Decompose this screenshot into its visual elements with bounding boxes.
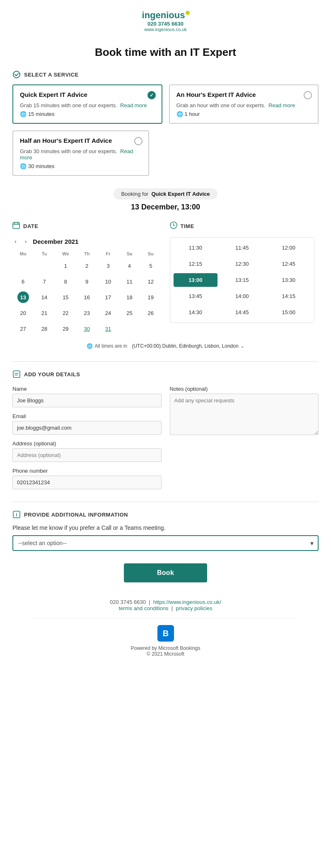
time-slot[interactable]: 11:30	[174, 241, 218, 255]
calendar-day-cell[interactable]: 25	[119, 305, 140, 321]
book-button[interactable]: Book	[124, 563, 207, 582]
phone-field: Phone number	[12, 468, 162, 489]
calendar-day-cell[interactable]: 30	[76, 321, 97, 337]
calendar-day-cell[interactable]: 31	[97, 321, 118, 337]
calendar-day-cell[interactable]: 10	[97, 274, 118, 289]
service-title-2: Half an Hour's Expert IT Advice	[20, 137, 142, 144]
tz-zone: (UTC+00:00) Dublin, Edinburgh, Lisbon, L…	[132, 343, 238, 349]
next-month-button[interactable]: ›	[23, 237, 29, 245]
calendar-day-cell[interactable]: 26	[140, 305, 161, 321]
time-header: TIME	[170, 221, 315, 231]
globe-tz-icon: 🌐	[87, 343, 93, 349]
time-slot[interactable]: 11:45	[220, 241, 264, 255]
calendar-day-cell[interactable]: 15	[55, 289, 76, 305]
select-wrapper: --select an option-- Call Teams meeting	[12, 535, 319, 551]
calendar-day-cell[interactable]: 13	[12, 289, 34, 305]
notes-input[interactable]	[170, 394, 319, 435]
calendar-day-cell[interactable]: 24	[97, 305, 118, 321]
name-label: Name	[12, 386, 162, 392]
calendar-day-cell[interactable]: 7	[34, 274, 55, 289]
calendar-day-cell[interactable]: 9	[76, 274, 97, 289]
calendar-day-cell[interactable]: 22	[55, 305, 76, 321]
phone-input[interactable]	[12, 476, 162, 489]
time-slot[interactable]: 14:45	[220, 305, 264, 319]
time-slot[interactable]: 13:45	[174, 289, 218, 303]
tz-text: All times are in	[94, 343, 127, 349]
calendar-grid: Mo Tu We Th Fr Sa Su 1234567891011121314…	[12, 250, 162, 337]
calendar-day-cell	[34, 258, 55, 274]
copyright-text: © 2021 Microsoft	[0, 651, 331, 657]
time-slot[interactable]: 14:30	[174, 305, 218, 319]
service-radio-2[interactable]	[134, 137, 143, 145]
svg-point-0	[13, 71, 20, 78]
additional-select[interactable]: --select an option-- Call Teams meeting	[12, 535, 319, 551]
time-slot[interactable]: 14:00	[220, 289, 264, 303]
calendar-day-cell[interactable]: 6	[12, 274, 34, 289]
calendar-day-cell[interactable]: 21	[34, 305, 55, 321]
time-slot[interactable]: 12:15	[174, 257, 218, 271]
time-slot[interactable]: 12:45	[267, 257, 311, 271]
service-desc-2: Grab 30 minutes with one of our experts.…	[20, 148, 142, 161]
calendar-day-cell[interactable]: 28	[34, 321, 55, 337]
day-fr: Fr	[97, 250, 118, 258]
calendar-day-cell	[119, 321, 140, 337]
footer-phone: 020 3745 6630	[110, 599, 146, 605]
calendar-day-cell[interactable]: 12	[140, 274, 161, 289]
read-more-1[interactable]: Read more	[268, 102, 295, 108]
logo-phone: 020 3745 6630	[0, 21, 331, 27]
calendar-day-cell[interactable]: 5	[140, 258, 161, 274]
calendar-day-cell[interactable]: 29	[55, 321, 76, 337]
calendar-body: 1234567891011121314151617181920212223242…	[12, 258, 162, 337]
service-radio-0[interactable]	[147, 91, 156, 99]
name-input[interactable]	[12, 394, 162, 407]
footer-website-link[interactable]: https://www.ingenious.co.uk/	[153, 599, 221, 605]
time-label: TIME	[181, 223, 194, 229]
timezone-note: 🌐 All times are in (UTC+00:00) Dublin, E…	[0, 343, 331, 349]
calendar-day-cell[interactable]: 11	[119, 274, 140, 289]
time-slot[interactable]: 13:15	[220, 273, 264, 287]
read-more-2[interactable]: Read more	[20, 148, 133, 161]
calendar-day-cell[interactable]: 3	[97, 258, 118, 274]
service-radio-1[interactable]	[304, 91, 312, 99]
additional-section: PROVIDE ADDITIONAL INFORMATION Please le…	[0, 510, 331, 551]
calendar-day-cell[interactable]: 1	[55, 258, 76, 274]
chevron-down-icon[interactable]: ⌄	[240, 343, 244, 349]
time-slot[interactable]: 13:00	[174, 273, 218, 287]
calendar-day-cell[interactable]: 4	[119, 258, 140, 274]
footer-privacy-link[interactable]: privacy policies	[176, 605, 212, 611]
time-slot[interactable]: 12:00	[267, 241, 311, 255]
svg-text:B: B	[162, 629, 168, 638]
calendar-day-cell[interactable]: 8	[55, 274, 76, 289]
calendar-day-cell[interactable]: 2	[76, 258, 97, 274]
prev-month-button[interactable]: ‹	[12, 237, 19, 245]
calendar-day-cell[interactable]: 23	[76, 305, 97, 321]
time-slot[interactable]: 15:00	[267, 305, 311, 319]
calendar-day-cell[interactable]: 16	[76, 289, 97, 305]
date-column: DATE ‹ › December 2021 Mo Tu We Th Fr Sa	[12, 221, 166, 337]
form-left: Name Email Address (optional) Phone numb…	[12, 386, 162, 489]
person-icon	[12, 370, 21, 378]
service-card-quick[interactable]: Quick Expert IT Advice Grab 15 minutes w…	[12, 84, 162, 124]
service-duration-0: 🌐 15 minutes	[20, 111, 155, 117]
service-card-half[interactable]: Half an Hour's Expert IT Advice Grab 30 …	[12, 130, 149, 176]
calendar-week-row: 6789101112	[12, 274, 162, 289]
calendar-day-cell[interactable]: 20	[12, 305, 34, 321]
details-section: ADD YOUR DETAILS Name Email Address (opt…	[0, 370, 331, 489]
time-slot[interactable]: 12:30	[220, 257, 264, 271]
footer-terms-link[interactable]: terms and conditions	[119, 605, 169, 611]
address-input[interactable]	[12, 448, 162, 462]
calendar-day-cell[interactable]: 14	[34, 289, 55, 305]
calendar-day-cell[interactable]: 27	[12, 321, 34, 337]
service-card-hour[interactable]: An Hour's Expert IT Advice Grab an hour …	[169, 84, 319, 124]
calendar-day-cell[interactable]: 17	[97, 289, 118, 305]
time-slot[interactable]: 13:30	[267, 273, 311, 287]
email-input[interactable]	[12, 421, 162, 435]
calendar-day-cell[interactable]: 19	[140, 289, 161, 305]
name-field: Name	[12, 386, 162, 407]
calendar-day-cell[interactable]: 18	[119, 289, 140, 305]
day-su: Su	[140, 250, 161, 258]
read-more-0[interactable]: Read more	[120, 102, 147, 108]
email-label: Email	[12, 413, 162, 419]
booking-datetime: 13 December, 13:00	[0, 203, 331, 212]
time-slot[interactable]: 14:15	[267, 289, 311, 303]
